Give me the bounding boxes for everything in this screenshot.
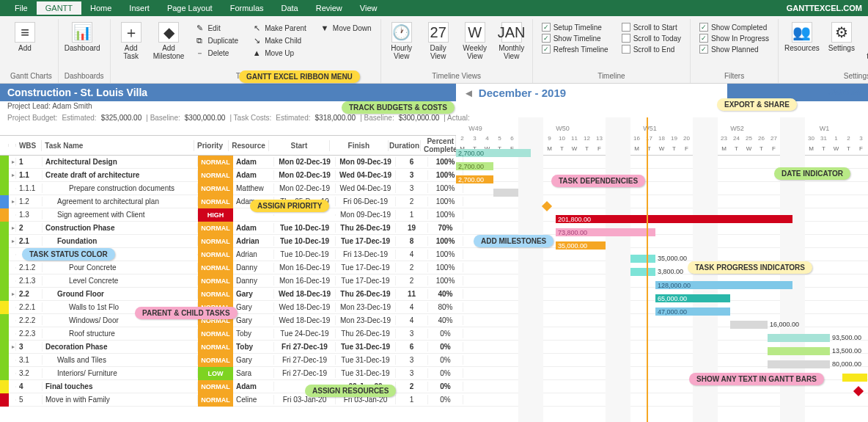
show-in-progress-checkbox[interactable]: ✓Show In Progress [696, 33, 772, 43]
add-button[interactable]: ◆AddMilestone [153, 22, 185, 60]
ribbon-group-label: Filters [696, 70, 772, 83]
daily-icon: 27 [428, 22, 449, 43]
gantt-bar[interactable]: 65,000.00 [655, 294, 730, 302]
daily-button[interactable]: 27DailyView [424, 22, 453, 60]
weekly-icon: W [465, 22, 485, 43]
today-line [647, 117, 648, 422]
col-duration[interactable]: Duration [389, 140, 421, 151]
priority-badge: HIGH [198, 208, 233, 222]
priority-badge: NORMAL [198, 169, 233, 182]
gantt-bar[interactable] [730, 321, 768, 329]
settings-button[interactable]: ⚙Settings [827, 22, 856, 52]
show-completed-checkbox[interactable]: ✓Show Completed [696, 22, 772, 32]
scroll-to-today-checkbox[interactable]: Scroll to Today [619, 33, 684, 43]
callout-progress-indicators: TASK PROGRESS INDICATORS [688, 261, 812, 274]
gantt-bar[interactable] [630, 268, 655, 276]
move-up-button[interactable]: ▲Move Up [249, 47, 309, 59]
move-down-button[interactable]: ▼Move Down [317, 22, 375, 34]
callout-show-text: SHOW ANY TEXT IN GANTT BARS [689, 373, 824, 385]
priority-badge: NORMAL [198, 354, 233, 367]
menu-tab-page-layout[interactable]: Page Layout [158, 1, 221, 15]
gantt-bar[interactable]: 2,700.00 [456, 175, 493, 183]
callout-track-budgets: TRACK BUDGETS & COSTS [342, 101, 455, 114]
scroll-to-end-checkbox[interactable]: Scroll to End [619, 44, 684, 54]
scroll-to-start-checkbox[interactable]: Scroll to Start [619, 22, 684, 32]
col-priority[interactable]: Priority [194, 140, 229, 151]
priority-badge: NORMAL [198, 393, 233, 407]
callout-task-deps: TASK DEPENDENCIES [551, 175, 645, 187]
prev-month-icon[interactable]: ◄ [463, 87, 474, 99]
next-month-label: Janua [829, 84, 861, 99]
priority-badge: NORMAL [198, 248, 233, 261]
menu-tab-view[interactable]: View [351, 1, 386, 15]
gantt-bar[interactable]: 128,000.00 [655, 281, 792, 289]
col-finish[interactable]: Finish [330, 140, 389, 151]
milestone-diamond[interactable] [853, 386, 864, 396]
delete-button[interactable]: －Delete [191, 47, 241, 59]
menu-tab-review[interactable]: Review [307, 1, 351, 15]
gantt-bar[interactable]: 73,800.00 [556, 228, 655, 236]
callout-ribbon-menu: GANTT EXCEL RIBBON MENU [239, 70, 360, 83]
gantt-bar[interactable]: 201,800.00 [556, 215, 792, 223]
export-button[interactable]: PDFExportto PDF [864, 22, 868, 60]
hourly-button[interactable]: 🕐HourlyView [387, 22, 416, 60]
menu-tab-formulas[interactable]: Formulas [221, 1, 273, 15]
monthly-icon: JAN [501, 22, 522, 43]
setup-timeline-checkbox[interactable]: ✓Setup Timeline [539, 22, 611, 32]
gantt-bar[interactable] [768, 360, 830, 368]
callout-add-milestones: ADD MILESTONES [474, 235, 553, 247]
monthly-button[interactable]: JANMonthlyView [497, 22, 526, 60]
timeline-month: ◄ December - 2019 [456, 84, 727, 101]
add-icon: ◆ [158, 22, 179, 43]
ribbon: ≡AddGantt Charts📊DashboardDashboards＋Add… [0, 16, 868, 84]
col-start[interactable]: Start [269, 140, 329, 151]
show-planned-checkbox[interactable]: ✓Show Planned [696, 44, 772, 54]
priority-badge: NORMAL [198, 156, 233, 169]
menu-tab-insert[interactable]: Insert [120, 1, 158, 15]
col-wbs[interactable]: WBS [16, 140, 42, 151]
make-parent-button[interactable]: ↖Make Parent [249, 22, 309, 34]
resources-icon: 👥 [792, 22, 812, 43]
gantt-bar[interactable] [768, 347, 830, 355]
col-task-name[interactable]: Task Name [42, 140, 194, 151]
duplicate-button[interactable]: ⧉Duplicate [191, 34, 241, 46]
menu-tab-home[interactable]: Home [81, 1, 120, 15]
gantt-bar[interactable]: 2,700.00 [456, 162, 493, 170]
callout-date-indicator: DATE INDICATOR [774, 167, 850, 180]
milestone-diamond[interactable] [542, 201, 552, 211]
refresh-timeline-checkbox[interactable]: ✓Refresh Timeline [539, 44, 611, 54]
callout-task-status: TASK STATUS COLOR [22, 248, 115, 261]
gantt-bar[interactable] [768, 334, 830, 342]
ribbon-group-label: Settings [784, 70, 868, 83]
gantt-bar[interactable]: 2,700.00 [456, 149, 531, 157]
add-button[interactable]: ＋AddTask [117, 22, 146, 60]
menu-tab-data[interactable]: Data [273, 1, 307, 15]
gantt-bar[interactable] [630, 255, 655, 263]
col-percent[interactable]: Percent Complete [421, 136, 456, 155]
resources-button[interactable]: 👥Resources [784, 22, 820, 52]
ribbon-group-label: Dashboards [65, 70, 104, 83]
gantt-bar[interactable] [493, 189, 518, 197]
dashboard-button[interactable]: 📊Dashboard [65, 22, 100, 52]
hourly-icon: 🕐 [391, 22, 412, 43]
add-icon: ≡ [15, 22, 35, 43]
callout-assign-priority: ASSIGN PRIORITY [250, 200, 329, 212]
show-timeline-checkbox[interactable]: ✓Show Timeline [539, 33, 611, 43]
brand-label: GANTTEXCEL.COM [787, 4, 862, 12]
gantt-bar[interactable]: 35,000.00 [556, 241, 606, 250]
col-resource[interactable]: Resource [229, 140, 269, 151]
project-title: Construction - St. Louis Villa [7, 87, 147, 98]
edit-button[interactable]: ✎Edit [191, 22, 241, 34]
add-button[interactable]: ≡Add [10, 22, 40, 52]
menu-tab-file[interactable]: File [6, 1, 37, 15]
gantt-bar[interactable] [842, 374, 867, 382]
ribbon-group-label: Timeline Views [387, 70, 526, 83]
priority-badge: NORMAL [198, 261, 233, 274]
priority-badge: NORMAL [198, 222, 233, 235]
weekly-button[interactable]: WWeeklyView [460, 22, 490, 60]
menu-tab-gantt[interactable]: GANTT [37, 1, 81, 15]
callout-parent-child: PARENT & CHILD TASKS [135, 307, 238, 319]
gantt-bar[interactable]: 47,000.00 [655, 308, 730, 316]
make-child-button[interactable]: ↘Make Child [249, 34, 309, 46]
ribbon-group-label: Timeline [539, 70, 684, 83]
